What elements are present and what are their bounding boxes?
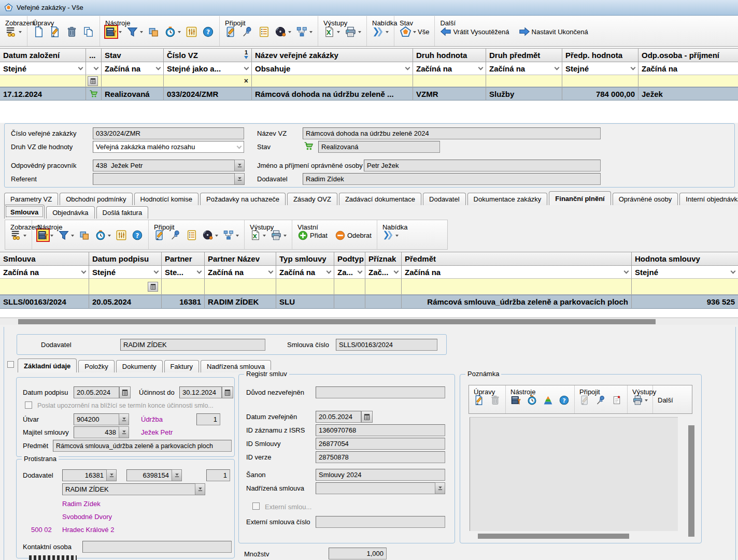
lookup-spinner-button[interactable]: [119, 426, 129, 438]
vz-grid-selected-row[interactable]: 17.12.2024 Realizovaná 033/2024/ZMR Rámc…: [0, 87, 738, 100]
nastavit-ukoncena-button[interactable]: Nastavit Ukončená: [519, 26, 588, 37]
protistrana-cislo-field[interactable]: 16381: [62, 469, 107, 481]
filter-input[interactable]: [632, 279, 738, 295]
calendar-picker-button[interactable]: [119, 386, 131, 398]
cell-druh-hodnota[interactable]: VZMR: [413, 87, 486, 100]
filter-button[interactable]: [58, 229, 74, 241]
ucinnost-do-field[interactable]: 30.12.2024: [179, 386, 222, 398]
filter-input[interactable]: [0, 279, 89, 295]
tab-hodnotici-komise[interactable]: Hodnotící komise: [134, 193, 198, 205]
tab-interni-objednavka[interactable]: Interní objednávka: [679, 193, 738, 205]
view-settings-button[interactable]: [5, 26, 22, 38]
tab-zadavaci-dokumentace[interactable]: Zadávací dokumentace: [339, 193, 421, 205]
vratit-vysoutezena-button[interactable]: Vrátit Vysoutěžená: [440, 26, 509, 37]
column-header-stav[interactable]: Stav: [102, 48, 164, 62]
tab-zakladni-udaje[interactable]: Základní údaje: [18, 358, 77, 372]
column-header-partner-nazev[interactable]: Partner Název: [205, 252, 276, 266]
note-edit-button[interactable]: [579, 395, 590, 406]
cell-predmet[interactable]: Rámcová smlouva_údržba zeleně a parkovac…: [402, 295, 632, 309]
tab-parametry-vz[interactable]: Parametry VZ: [4, 193, 58, 205]
filter-operator[interactable]: Stejné: [632, 266, 738, 279]
smlouva-cislo-field[interactable]: SLLS/00163/2024: [336, 339, 437, 351]
odebrat-button[interactable]: Odebrat: [335, 230, 372, 241]
filter-input[interactable]: [89, 279, 162, 295]
column-header-partner[interactable]: Partner: [162, 252, 205, 266]
tab-dokumentace-zakazky[interactable]: Dokumentace zakázky: [467, 193, 548, 205]
cell-partner[interactable]: 16381: [162, 295, 205, 309]
externi-smlouva-cislo-field[interactable]: [316, 516, 445, 528]
media-button[interactable]: [275, 26, 291, 38]
workflow-button[interactable]: [223, 229, 239, 241]
filter-button[interactable]: [126, 26, 143, 38]
column-header-datum-zalozeni[interactable]: Datum založení: [0, 48, 86, 62]
sanon-field[interactable]: Smlouvy 2024: [316, 469, 445, 481]
status-filter-button[interactable]: Vše: [400, 26, 429, 38]
copy-record-button[interactable]: [82, 26, 94, 38]
view-settings-button[interactable]: [10, 229, 26, 241]
filter-input[interactable]: [402, 279, 632, 295]
column-header-datum-podpisu[interactable]: Datum podpisu: [89, 252, 162, 266]
parameters-button[interactable]: [186, 26, 197, 38]
column-header-icon[interactable]: ...: [86, 48, 102, 62]
column-header-typ-smlouvy[interactable]: Typ smlouvy: [276, 252, 334, 266]
lookup-spinner-button[interactable]: [107, 469, 117, 481]
filter-operator[interactable]: Zač...: [365, 266, 402, 279]
edit-record-button[interactable]: [49, 26, 61, 38]
cell-typ-smlouvy[interactable]: SLU: [276, 295, 334, 309]
filter-operator[interactable]: Začíná na: [205, 266, 276, 279]
calendar-picker-button[interactable]: [88, 76, 98, 86]
export-excel-button[interactable]: [323, 26, 340, 38]
help-button[interactable]: [132, 229, 143, 241]
nazev-vz-field[interactable]: Rámcová dohoda na údržbu zeleně 2024: [303, 127, 601, 139]
lookup-spinner-button[interactable]: [195, 483, 205, 495]
delete-note-button[interactable]: [490, 395, 501, 406]
filter-input[interactable]: ×: [164, 75, 252, 87]
tab-obchodni-podminky[interactable]: Obchodní podmínky: [60, 193, 132, 205]
referent-field[interactable]: [93, 173, 235, 185]
upozorneni-checkbox[interactable]: [25, 401, 32, 409]
cislo-vz-field[interactable]: 033/2024/ZMR: [93, 127, 244, 139]
filter-input[interactable]: [334, 279, 365, 295]
smlouva-grid-hscrollbar-thumb[interactable]: [18, 319, 656, 324]
chart-button[interactable]: [543, 395, 554, 406]
protistrana-ico-field[interactable]: 6398154: [126, 469, 172, 481]
lookup-spinner-button[interactable]: [235, 160, 245, 171]
smlouva-grid-selected-row[interactable]: SLLS/00163/2024 20.05.2024 16381 RADIM Z…: [0, 295, 738, 309]
filter-input[interactable]: [0, 75, 86, 87]
filter-operator[interactable]: Začíná na: [413, 62, 486, 75]
cell-smlouva[interactable]: SLLS/00163/2024: [0, 295, 89, 309]
menu-button[interactable]: [372, 26, 389, 38]
column-filter-button[interactable]: [37, 229, 53, 241]
cell-cislo-vz[interactable]: 033/2024/ZMR: [164, 87, 252, 100]
delete-record-button[interactable]: [66, 26, 78, 38]
column-header-druh-hodnota[interactable]: Druh hodnota: [413, 48, 486, 62]
history-button[interactable]: [164, 26, 181, 38]
calendar-picker-button[interactable]: [361, 411, 373, 423]
predmet-field[interactable]: Rámcová smlouva_údržba zeleně a parkovac…: [53, 440, 232, 452]
pridat-button[interactable]: Přidat: [297, 230, 328, 241]
tab-faktury[interactable]: Faktury: [164, 360, 199, 372]
poznamka-vscrollbar-thumb[interactable]: [688, 425, 694, 537]
export-excel-button[interactable]: [250, 229, 266, 241]
tab-polozky[interactable]: Položky: [78, 360, 115, 372]
column-header-priznak[interactable]: Příznak: [365, 252, 402, 266]
tasks-button[interactable]: [258, 26, 270, 38]
odpovedny-pracovnik-field[interactable]: 438 Ježek Petr: [93, 160, 235, 171]
nadrizena-smlouva-field[interactable]: [316, 482, 435, 494]
layout-button[interactable]: [79, 229, 90, 241]
filter-operator[interactable]: Začíná na: [486, 62, 562, 75]
attach-button[interactable]: [170, 229, 181, 241]
new-record-button[interactable]: [33, 26, 45, 38]
note-edit-button[interactable]: [154, 229, 165, 241]
filter-operator[interactable]: Stejné: [89, 266, 162, 279]
id-zaznamu-isrs-field[interactable]: 1360970768: [316, 424, 445, 436]
print-button[interactable]: [271, 229, 287, 241]
dalsi-label[interactable]: Další: [658, 396, 673, 404]
filter-input[interactable]: [102, 75, 164, 87]
cell-stav[interactable]: Realizovaná: [102, 87, 164, 100]
history-button[interactable]: [95, 229, 111, 241]
cell-nazev[interactable]: Rámcová dohoda na údržbu zeleně ...: [252, 87, 413, 100]
column-header-druh-predmet[interactable]: Druh předmět: [486, 48, 562, 62]
datum-podpisu-field[interactable]: 20.05.2024: [74, 386, 119, 398]
edit-note-button[interactable]: [474, 395, 485, 406]
